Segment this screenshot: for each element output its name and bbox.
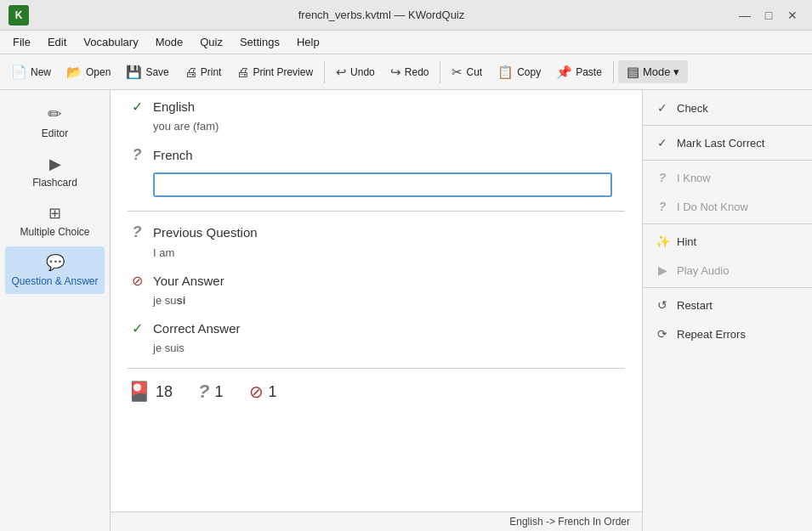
logo-text: K [15,9,23,21]
print-preview-button[interactable]: 🖨 Print Preview [230,61,320,82]
undo-icon: ↩ [336,65,347,80]
english-header: ✓ English [128,99,625,115]
correct-answer-header: ✓ Correct Answer [128,320,625,336]
menu-quiz[interactable]: Quiz [191,33,231,51]
repeat-errors-button[interactable]: ⟳ Repeat Errors [643,319,812,348]
open-icon: 📂 [66,65,82,80]
divider-1 [128,211,625,212]
redo-label: Redo [405,66,429,78]
sidebar-mc-label: Multiple Choice [20,226,89,238]
toolbar-sep-1 [324,61,325,83]
menu-mode[interactable]: Mode [147,33,192,51]
prev-question-label: Previous Question [153,225,258,240]
your-answer-prefix: je su [153,294,176,307]
stat-questions: ? 1 [198,381,223,403]
menu-edit[interactable]: Edit [39,33,75,51]
app-logo: K [9,5,29,25]
restart-button[interactable]: ↺ Restart [643,291,812,319]
divider-2 [128,368,625,369]
cut-button[interactable]: ✂ Cut [445,61,489,83]
open-button[interactable]: 📂 Open [60,61,117,83]
i-do-not-know-icon: ? [655,200,670,213]
mark-correct-icon: ✓ [655,136,670,150]
i-do-not-know-button[interactable]: ? I Do Not Know [643,192,812,221]
save-label: Save [145,66,168,78]
correct-answer-icon: ✓ [128,320,146,336]
toolbar: 📄 New 📂 Open 💾 Save 🖨 Print 🖨 Print Prev… [0,54,812,90]
menu-vocabulary[interactable]: Vocabulary [75,33,146,51]
qa-icon: 💬 [46,253,65,272]
right-panel: ✓ Check ✓ Mark Last Correct ? I Know ? I… [642,90,812,531]
sidebar-item-editor[interactable]: ✏ Editor [5,97,105,146]
undo-button[interactable]: ↩ Undo [329,61,382,83]
french-question-icon: ? [128,146,146,164]
new-label: New [31,66,51,78]
paste-label: Paste [576,66,602,78]
i-do-not-know-label: I Do Not Know [677,201,748,213]
english-value: you are (fam) [153,120,625,133]
close-button[interactable]: ✕ [781,6,803,25]
score-icon: 🎴 [128,381,150,403]
hint-button[interactable]: ✨ Hint [643,227,812,256]
menu-file[interactable]: File [4,33,39,51]
copy-button[interactable]: 📋 Copy [491,61,548,83]
hint-label: Hint [677,235,696,248]
mode-button[interactable]: ▤ Mode ▾ [618,60,689,83]
errors-value: 1 [269,383,277,401]
sidebar-item-flashcard[interactable]: ▶ Flashcard [5,148,105,195]
errors-icon: ⊘ [249,381,264,402]
menu-help[interactable]: Help [288,33,328,51]
print-preview-icon: 🖨 [236,65,249,79]
menubar: File Edit Vocabulary Mode Quiz Settings … [0,31,812,54]
maximize-button[interactable]: □ [758,6,780,25]
sidebar-item-question-answer[interactable]: 💬 Question & Answer [5,246,105,294]
right-sep-4 [643,287,812,288]
sidebar-flashcard-label: Flashcard [32,177,77,189]
right-sep-2 [643,160,812,161]
multiple-choice-icon: ⊞ [48,204,61,223]
content-wrapper: ✓ English you are (fam) ? French ? Previ… [111,90,642,531]
print-preview-label: Print Preview [253,66,313,78]
paste-button[interactable]: 📌 Paste [549,61,609,83]
french-label: French [153,148,193,162]
new-button[interactable]: 📄 New [4,61,58,83]
english-check-icon: ✓ [128,99,146,115]
minimize-button[interactable]: — [734,6,756,25]
play-audio-button[interactable]: ▶ Play Audio [643,256,812,285]
editor-icon: ✏ [48,104,62,124]
repeat-errors-icon: ⟳ [655,327,670,341]
i-know-label: I Know [677,172,711,184]
check-button[interactable]: ✓ Check [643,93,812,122]
french-answer-input[interactable] [153,172,612,197]
print-button[interactable]: 🖨 Print [178,61,229,82]
restart-icon: ↺ [655,298,670,312]
menu-settings[interactable]: Settings [231,33,288,51]
hint-icon: ✨ [655,234,670,248]
your-answer-icon: ⊘ [128,273,146,289]
right-sep-3 [643,223,812,224]
right-sep-1 [643,125,812,126]
toolbar-sep-3 [613,61,614,83]
status-bar: English -> French In Order [111,511,642,531]
status-text: English -> French In Order [509,516,630,528]
save-button[interactable]: 💾 Save [119,61,175,83]
english-section: ✓ English you are (fam) [128,99,625,133]
prev-question-value: I am [153,246,625,259]
prev-question-icon: ? [128,223,146,241]
play-audio-icon: ▶ [655,263,670,277]
sidebar-qa-label: Question & Answer [11,275,98,287]
prev-question-section: ? Previous Question I am [128,223,625,259]
french-section: ? French [128,146,625,197]
stat-errors: ⊘ 1 [249,381,277,402]
mark-last-correct-button[interactable]: ✓ Mark Last Correct [643,128,812,157]
your-answer-label: Your Answer [153,274,224,288]
mode-dropdown-icon: ▾ [673,65,679,78]
redo-button[interactable]: ↪ Redo [383,61,436,83]
cut-label: Cut [466,66,482,78]
sidebar-item-multiple-choice[interactable]: ⊞ Multiple Choice [5,197,105,245]
correct-answer-section: ✓ Correct Answer je suis [128,320,625,354]
play-audio-label: Play Audio [677,264,729,277]
i-know-icon: ? [655,171,670,184]
i-know-button[interactable]: ? I Know [643,163,812,192]
titlebar: K french_verbs.kvtml — KWordQuiz — □ ✕ [0,0,812,31]
